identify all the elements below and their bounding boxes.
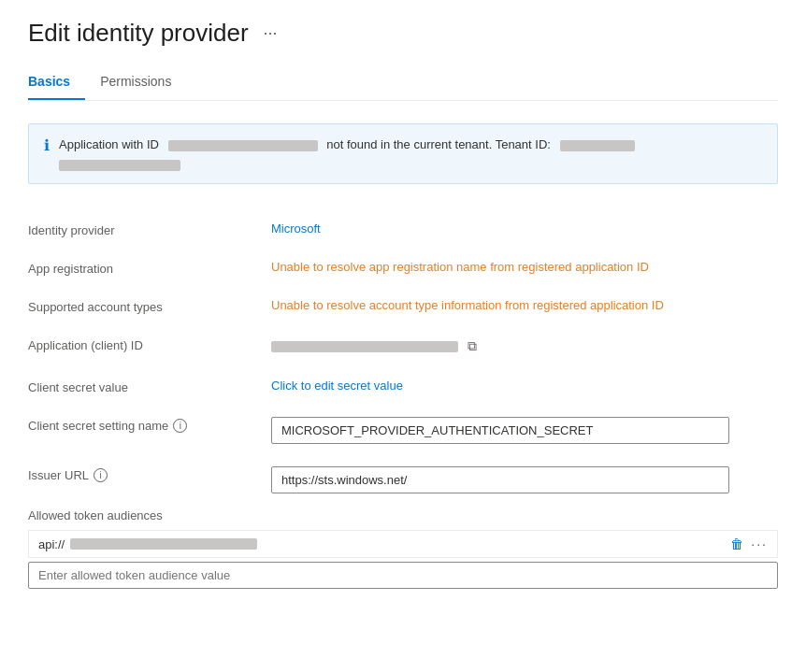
- client-secret-value-label: Client secret value: [28, 379, 271, 394]
- identity-provider-label: Identity provider: [28, 222, 271, 237]
- form-section: Identity provider Microsoft App registra…: [28, 210, 778, 505]
- client-secret-value-row: Client secret value Click to edit secret…: [28, 367, 778, 406]
- audience-item-actions: 🗑 ···: [730, 536, 768, 551]
- client-secret-setting-input[interactable]: [271, 417, 729, 444]
- tab-basics[interactable]: Basics: [28, 66, 85, 100]
- audience-more-icon[interactable]: ···: [751, 536, 768, 551]
- header-ellipsis-button[interactable]: ···: [258, 21, 283, 45]
- issuer-url-input[interactable]: [271, 466, 729, 493]
- page-header: Edit identity provider ···: [28, 19, 778, 48]
- info-icon: ℹ: [44, 136, 50, 154]
- app-client-id-value: ⧉: [271, 336, 778, 356]
- edit-secret-link[interactable]: Click to edit secret value: [271, 379, 403, 393]
- identity-provider-value: Microsoft: [271, 222, 778, 236]
- info-banner-text: Application with ID not found in the cur…: [59, 136, 635, 172]
- app-client-id-label: Application (client) ID: [28, 336, 271, 352]
- issuer-url-info-icon: i: [94, 468, 108, 482]
- page-title: Edit identity provider: [28, 19, 249, 48]
- tabs-container: Basics Permissions: [28, 66, 778, 101]
- redacted-tenant-id: [560, 140, 635, 151]
- redacted-audience: [70, 538, 257, 550]
- app-registration-label: App registration: [28, 260, 271, 276]
- client-secret-setting-row: Client secret setting name i: [28, 406, 778, 455]
- redacted-app-id: [168, 140, 318, 151]
- client-secret-value-link-container: Click to edit secret value: [271, 379, 778, 393]
- account-types-value: Unable to resolve account type informati…: [271, 298, 778, 312]
- app-registration-row: App registration Unable to resolve app r…: [28, 249, 778, 287]
- tab-permissions[interactable]: Permissions: [100, 66, 186, 100]
- audiences-label: Allowed token audiences: [28, 508, 778, 522]
- redacted-client-id: [271, 341, 458, 352]
- app-client-id-row: Application (client) ID ⧉: [28, 325, 778, 367]
- issuer-url-label: Issuer URL i: [28, 466, 271, 482]
- issuer-url-row: Issuer URL i: [28, 455, 778, 505]
- copy-client-id-icon[interactable]: ⧉: [466, 336, 479, 356]
- app-registration-value: Unable to resolve app registration name …: [271, 260, 778, 274]
- add-audience-input[interactable]: [28, 562, 778, 589]
- identity-provider-row: Identity provider Microsoft: [28, 210, 778, 249]
- account-types-label: Supported account types: [28, 298, 271, 314]
- redacted-extra: [59, 160, 180, 171]
- client-secret-setting-label: Client secret setting name i: [28, 417, 271, 433]
- audience-item: api:// 🗑 ···: [28, 530, 778, 558]
- audience-item-value: api://: [38, 537, 730, 551]
- delete-audience-icon[interactable]: 🗑: [730, 536, 743, 551]
- client-secret-setting-info-icon: i: [173, 419, 187, 433]
- info-banner: ℹ Application with ID not found in the c…: [28, 123, 778, 184]
- account-types-row: Supported account types Unable to resolv…: [28, 287, 778, 325]
- issuer-url-value: [271, 466, 778, 493]
- audiences-section: Allowed token audiences api:// 🗑 ···: [28, 508, 778, 589]
- client-secret-setting-value: [271, 417, 778, 444]
